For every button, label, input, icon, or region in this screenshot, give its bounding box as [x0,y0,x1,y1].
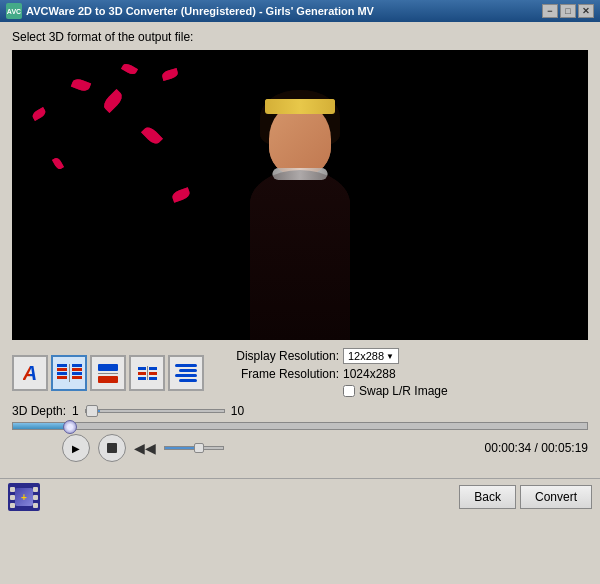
film-hole [33,495,38,500]
title-bar: AVC AVCWare 2D to 3D Converter (Unregist… [0,0,600,22]
dropdown-arrow-icon: ▼ [386,352,394,361]
film-inner-icon: + [15,488,33,506]
right-controls: Display Resolution: 12x288 ▼ Frame Resol… [224,348,588,398]
film-hole [33,503,38,508]
play-icon: ▶ [72,443,80,454]
app-icon: AVC [6,3,22,19]
depth-slider[interactable] [85,409,225,413]
swap-checkbox[interactable] [343,385,355,397]
format-topbottom-button[interactable] [90,355,126,391]
film-hole [10,487,15,492]
play-button[interactable]: ▶ [62,434,90,462]
app-icon-text: AVC [7,8,21,15]
convert-button[interactable]: Convert [520,485,592,509]
film-hole [33,487,38,492]
display-resolution-label: Display Resolution: [224,349,339,363]
depth-wave-icon [175,364,197,382]
swap-label: Swap L/R Image [359,384,448,398]
format-buttons: A [12,355,204,391]
volume-icon[interactable]: ◀◀ [134,440,156,456]
close-button[interactable]: ✕ [578,4,594,18]
sbs-icon [57,364,82,382]
format-depth-button[interactable] [168,355,204,391]
film-holes-right [33,487,38,508]
main-content: Select 3D format of the output file: [0,22,600,478]
minimize-button[interactable]: − [542,4,558,18]
video-preview [12,50,588,340]
back-button[interactable]: Back [459,485,516,509]
film-holes-left [10,487,15,508]
format-sbs2-button[interactable] [129,355,165,391]
display-resolution-row: Display Resolution: 12x288 ▼ [224,348,588,364]
depth-min-value: 1 [72,404,79,418]
controls-row: A [12,348,588,398]
format-anaglyph-button[interactable]: A [12,355,48,391]
bottom-bar: + Back Convert [0,478,600,515]
progress-bar[interactable] [12,422,588,430]
depth-label: 3D Depth: [12,404,66,418]
display-resolution-value: 12x288 [348,350,384,362]
window-controls: − □ ✕ [542,4,594,18]
maximize-button[interactable]: □ [560,4,576,18]
display-resolution-dropdown[interactable]: 12x288 ▼ [343,348,399,364]
frame-resolution-label: Frame Resolution: [224,367,339,381]
sbs2-icon [138,366,157,380]
stop-button[interactable] [98,434,126,462]
window-title: AVCWare 2D to 3D Converter (Unregistered… [26,5,542,17]
film-hole [10,503,15,508]
stop-icon [107,443,117,453]
topbottom-icon [98,364,118,383]
swap-row: Swap L/R Image [224,384,588,398]
select-format-label: Select 3D format of the output file: [12,30,588,44]
time-display: 00:00:34 / 00:05:19 [485,441,588,455]
depth-max-value: 10 [231,404,244,418]
frame-resolution-value: 1024x288 [343,367,396,381]
film-hole [10,495,15,500]
add-file-button[interactable]: + [8,483,40,511]
progress-thumb[interactable] [63,420,77,434]
playback-row: ▶ ◀◀ 00:00:34 / 00:05:19 [12,434,588,462]
volume-slider[interactable] [164,446,224,450]
progress-row [12,422,588,430]
depth-row: 3D Depth: 1 10 [12,404,588,418]
format-sbs-button[interactable] [51,355,87,391]
frame-resolution-row: Frame Resolution: 1024x288 [224,367,588,381]
